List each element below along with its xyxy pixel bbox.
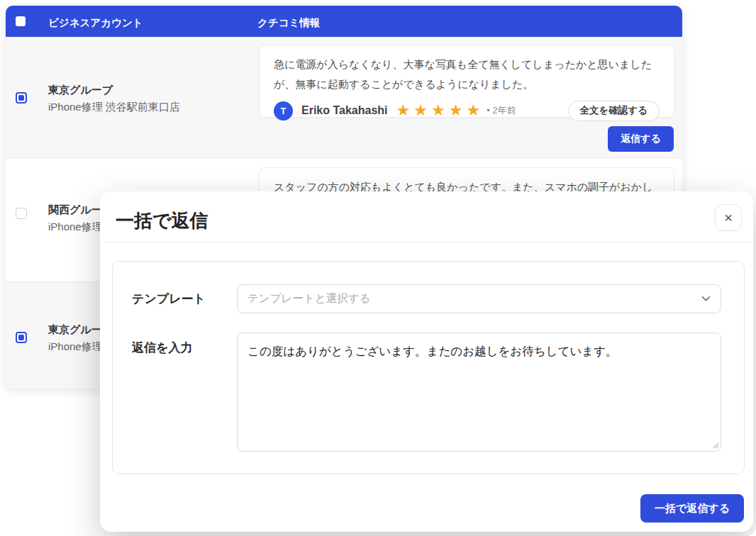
- template-select[interactable]: テンプレートと選択する: [237, 284, 721, 313]
- review-text: 急に電源が入らなくなり、大事な写真も全て無くしてしまったかと思いましたが、無事に…: [274, 55, 660, 94]
- star-rating: ★★★★★: [396, 103, 484, 118]
- close-button[interactable]: ×: [715, 204, 742, 231]
- page: ビジネスアカウント クチコミ情報 東京グループ iPhone修理 渋谷駅前東口店…: [0, 0, 756, 536]
- reviewer-name: Eriko Takahashi: [301, 104, 388, 117]
- table-header: ビジネスアカウント クチコミ情報: [6, 6, 682, 37]
- row-checkbox[interactable]: [16, 92, 27, 104]
- row-checkbox[interactable]: [16, 332, 27, 343]
- chevron-down-icon: [701, 296, 711, 302]
- column-header-business-account: ビジネスアカウント: [48, 16, 143, 30]
- column-header-review-info: クチコミ情報: [257, 16, 320, 30]
- reply-input-label: 返信を入力: [132, 340, 192, 356]
- select-all-checkbox[interactable]: [16, 16, 26, 26]
- bulk-reply-submit-button[interactable]: 一括で返信する: [640, 494, 744, 523]
- close-icon: ×: [724, 210, 733, 225]
- business-account-cell: 東京グループ iPhone修理 渋谷駅前東口店: [48, 82, 180, 115]
- bulk-reply-modal: 一括で返信 × テンプレート テンプレートと選択する 返信を入力 一括で返信する: [100, 191, 753, 532]
- view-full-text-button[interactable]: 全文を確認する: [568, 101, 660, 121]
- group-name: 東京グループ: [48, 82, 180, 98]
- reply-textarea[interactable]: [237, 333, 721, 452]
- reply-button[interactable]: 返信する: [608, 126, 674, 152]
- modal-header: 一括で返信 ×: [100, 191, 753, 242]
- table-row: 東京グループ iPhone修理 渋谷駅前東口店 急に電源が入らなくなり、大事な写…: [6, 37, 682, 157]
- review-meta: T Eriko Takahashi ★★★★★ • 2年前 全文を確認する: [274, 101, 660, 121]
- modal-title: 一括で返信: [116, 208, 209, 233]
- row-checkbox[interactable]: [16, 208, 27, 219]
- template-select-placeholder: テンプレートと選択する: [248, 291, 370, 306]
- review-date: • 2年前: [487, 104, 516, 117]
- bulk-reply-form: テンプレート テンプレートと選択する 返信を入力: [112, 261, 745, 474]
- store-name: iPhone修理 渋谷駅前東口店: [48, 99, 180, 115]
- template-label: テンプレート: [132, 291, 206, 307]
- review-card: 急に電源が入らなくなり、大事な写真も全て無くしてしまったかと思いましたが、無事に…: [259, 45, 674, 118]
- reviewer-avatar: T: [274, 101, 293, 121]
